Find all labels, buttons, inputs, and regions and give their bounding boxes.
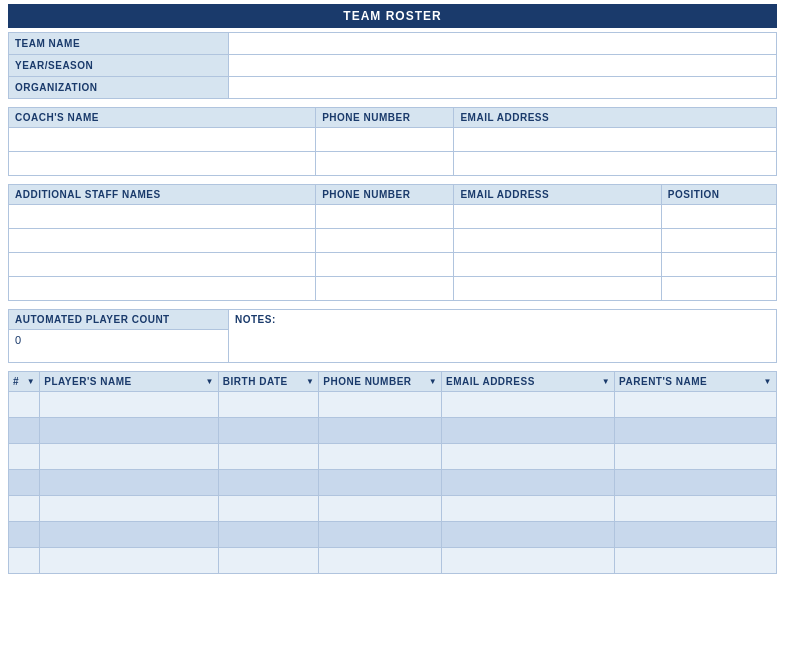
- coach-cell[interactable]: [9, 152, 316, 176]
- team-info-value[interactable]: [229, 33, 777, 55]
- player-cell[interactable]: [40, 496, 219, 522]
- player-cell[interactable]: [218, 470, 318, 496]
- player-cell[interactable]: [442, 418, 615, 444]
- staff-cell[interactable]: [316, 277, 454, 301]
- player-cell[interactable]: [615, 470, 777, 496]
- player-cell[interactable]: [319, 392, 442, 418]
- player-cell[interactable]: [9, 496, 40, 522]
- dropdown-arrow-icon[interactable]: ▼: [205, 377, 213, 386]
- players-header-3: PHONE NUMBER▼: [319, 372, 442, 392]
- coach-header-0: COACH'S NAME: [9, 108, 316, 128]
- dropdown-arrow-icon[interactable]: ▼: [764, 377, 772, 386]
- staff-cell[interactable]: [661, 277, 776, 301]
- players-header-4: EMAIL ADDRESS▼: [442, 372, 615, 392]
- player-cell[interactable]: [218, 418, 318, 444]
- player-row: [9, 496, 777, 522]
- team-info-value[interactable]: [229, 77, 777, 99]
- player-cell[interactable]: [319, 496, 442, 522]
- player-cell[interactable]: [615, 548, 777, 574]
- staff-row: [9, 229, 777, 253]
- dropdown-arrow-icon[interactable]: ▼: [429, 377, 437, 386]
- player-cell[interactable]: [615, 392, 777, 418]
- player-cell[interactable]: [40, 470, 219, 496]
- coach-cell[interactable]: [316, 152, 454, 176]
- staff-cell[interactable]: [661, 205, 776, 229]
- player-cell[interactable]: [40, 392, 219, 418]
- team-info-table: TEAM NAMEYEAR/SEASONORGANIZATION: [8, 32, 777, 99]
- player-cell[interactable]: [442, 392, 615, 418]
- staff-cell[interactable]: [9, 229, 316, 253]
- player-cell[interactable]: [442, 548, 615, 574]
- player-cell[interactable]: [218, 392, 318, 418]
- player-cell[interactable]: [218, 522, 318, 548]
- dropdown-arrow-icon[interactable]: ▼: [602, 377, 610, 386]
- staff-cell[interactable]: [9, 205, 316, 229]
- staff-row: [9, 253, 777, 277]
- player-cell[interactable]: [9, 392, 40, 418]
- team-info-label: YEAR/SEASON: [9, 55, 229, 77]
- player-count-label: AUTOMATED PLAYER COUNT: [9, 310, 228, 330]
- coach-cell[interactable]: [454, 128, 777, 152]
- players-table: #▼PLAYER'S NAME▼BIRTH DATE▼PHONE NUMBER▼…: [8, 371, 777, 574]
- player-cell[interactable]: [40, 418, 219, 444]
- player-cell[interactable]: [9, 522, 40, 548]
- staff-cell[interactable]: [9, 253, 316, 277]
- coach-header-1: PHONE NUMBER: [316, 108, 454, 128]
- player-cell[interactable]: [218, 548, 318, 574]
- staff-row: [9, 277, 777, 301]
- player-cell[interactable]: [319, 418, 442, 444]
- player-cell[interactable]: [218, 444, 318, 470]
- staff-header-0: ADDITIONAL STAFF NAMES: [9, 185, 316, 205]
- player-cell[interactable]: [40, 522, 219, 548]
- player-cell[interactable]: [319, 522, 442, 548]
- player-cell[interactable]: [442, 496, 615, 522]
- player-cell[interactable]: [9, 470, 40, 496]
- team-info-label: ORGANIZATION: [9, 77, 229, 99]
- player-cell[interactable]: [442, 522, 615, 548]
- staff-cell[interactable]: [316, 253, 454, 277]
- player-cell[interactable]: [442, 470, 615, 496]
- player-cell[interactable]: [615, 444, 777, 470]
- player-cell[interactable]: [40, 548, 219, 574]
- player-row: [9, 392, 777, 418]
- player-cell[interactable]: [615, 496, 777, 522]
- coach-cell[interactable]: [454, 152, 777, 176]
- player-cell[interactable]: [319, 548, 442, 574]
- player-cell[interactable]: [615, 418, 777, 444]
- column-label: EMAIL ADDRESS: [446, 376, 535, 387]
- player-cell[interactable]: [615, 522, 777, 548]
- staff-cell[interactable]: [9, 277, 316, 301]
- dropdown-arrow-icon[interactable]: ▼: [306, 377, 314, 386]
- staff-cell[interactable]: [454, 277, 661, 301]
- player-row: [9, 548, 777, 574]
- player-cell[interactable]: [9, 444, 40, 470]
- team-info-row: YEAR/SEASON: [9, 55, 777, 77]
- players-header-5: PARENT'S NAME▼: [615, 372, 777, 392]
- player-cell[interactable]: [319, 444, 442, 470]
- team-info-value[interactable]: [229, 55, 777, 77]
- team-info-row: ORGANIZATION: [9, 77, 777, 99]
- player-cell[interactable]: [9, 418, 40, 444]
- coach-cell[interactable]: [9, 128, 316, 152]
- player-cell[interactable]: [319, 470, 442, 496]
- players-header-0: #▼: [9, 372, 40, 392]
- staff-cell[interactable]: [454, 253, 661, 277]
- column-label: #: [13, 376, 19, 387]
- dropdown-arrow-icon[interactable]: ▼: [27, 377, 35, 386]
- staff-header-3: POSITION: [661, 185, 776, 205]
- staff-cell[interactable]: [454, 205, 661, 229]
- staff-cell[interactable]: [316, 229, 454, 253]
- team-info-row: TEAM NAME: [9, 33, 777, 55]
- staff-cell[interactable]: [661, 253, 776, 277]
- player-cell[interactable]: [218, 496, 318, 522]
- players-header-1: PLAYER'S NAME▼: [40, 372, 219, 392]
- staff-cell[interactable]: [316, 205, 454, 229]
- player-cell[interactable]: [442, 444, 615, 470]
- staff-cell[interactable]: [661, 229, 776, 253]
- page-title: TEAM ROSTER: [8, 4, 777, 28]
- player-cell[interactable]: [9, 548, 40, 574]
- player-cell[interactable]: [40, 444, 219, 470]
- players-header-2: BIRTH DATE▼: [218, 372, 318, 392]
- coach-cell[interactable]: [316, 128, 454, 152]
- staff-cell[interactable]: [454, 229, 661, 253]
